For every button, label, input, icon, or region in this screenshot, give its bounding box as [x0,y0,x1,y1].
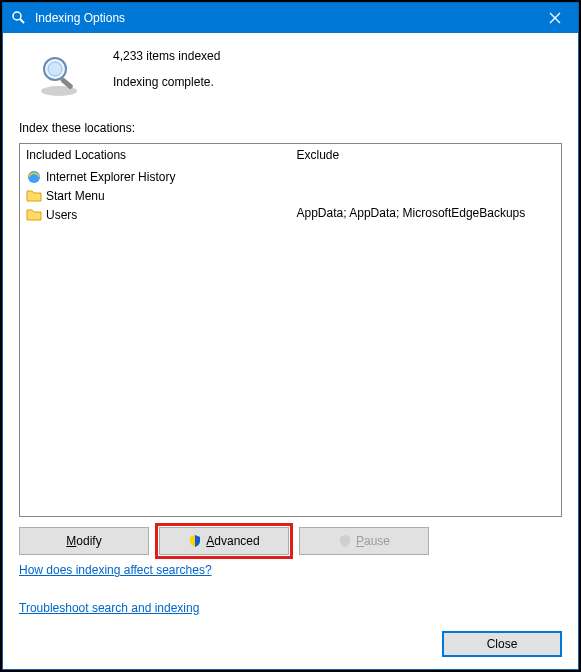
how-indexing-link[interactable]: How does indexing affect searches? [19,563,562,577]
shield-icon [338,534,352,548]
indexing-state: Indexing complete. [113,75,220,89]
list-item[interactable]: Internet Explorer History [26,168,285,186]
window-title: Indexing Options [35,11,532,25]
ie-icon [26,169,42,185]
close-window-button[interactable] [532,3,578,33]
indexing-options-window: Indexing Options 4,233 items indexed Ind… [2,2,579,670]
exclude-header: Exclude [297,148,556,162]
button-row: Modify Advanced Pause [19,527,562,555]
shield-icon [188,534,202,548]
titlebar: Indexing Options [3,3,578,33]
items-indexed-count: 4,233 items indexed [113,49,220,63]
status-row: 4,233 items indexed Indexing complete. [19,47,562,99]
included-column: Included Locations Internet Explorer His… [20,144,291,516]
folder-icon [26,188,42,204]
location-label: Start Menu [46,189,105,203]
locations-label: Index these locations: [19,121,562,135]
footer: Close [19,631,562,657]
location-label: Users [46,208,77,222]
svg-line-1 [20,19,24,23]
magnifier-icon [35,51,83,99]
close-button[interactable]: Close [442,631,562,657]
svg-point-6 [48,62,62,76]
exclude-value: AppData; AppData; MicrosoftEdgeBackups [297,206,556,224]
locations-list[interactable]: Included Locations Internet Explorer His… [19,143,562,517]
advanced-button[interactable]: Advanced [159,527,289,555]
list-item[interactable]: Start Menu [26,187,285,205]
troubleshoot-link[interactable]: Troubleshoot search and indexing [19,601,562,615]
content-area: 4,233 items indexed Indexing complete. I… [3,33,578,669]
svg-point-0 [13,12,21,20]
exclude-value [297,187,556,205]
included-header: Included Locations [26,148,285,162]
folder-icon [26,207,42,223]
pause-button: Pause [299,527,429,555]
location-label: Internet Explorer History [46,170,175,184]
indexing-icon [11,10,27,26]
exclude-value [297,168,556,186]
exclude-column: Exclude AppData; AppData; MicrosoftEdgeB… [291,144,562,516]
status-text: 4,233 items indexed Indexing complete. [113,47,220,89]
modify-button[interactable]: Modify [19,527,149,555]
list-item[interactable]: Users [26,206,285,224]
